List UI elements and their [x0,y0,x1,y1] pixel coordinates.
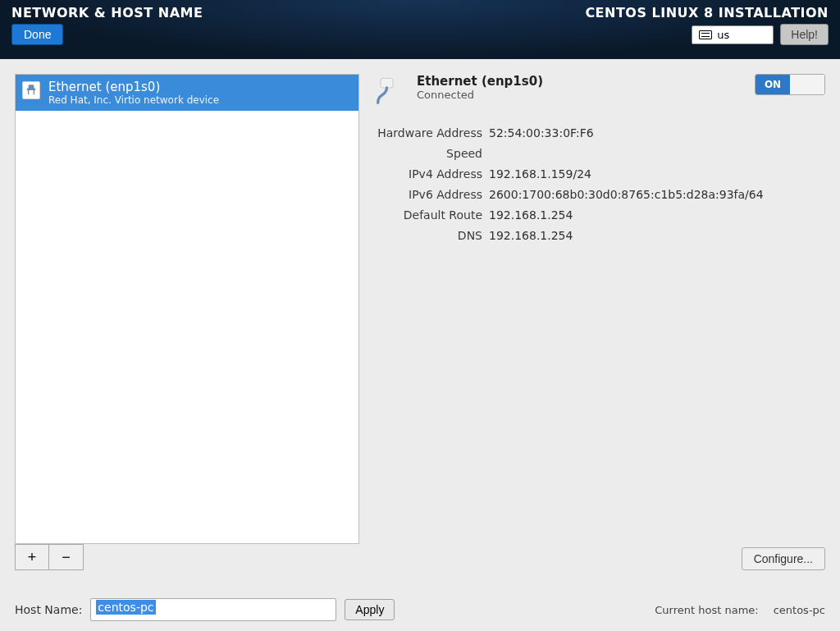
help-button[interactable]: Help! [780,24,829,45]
keyboard-layout-label: us [717,29,729,41]
prop-label: IPv6 Address [376,188,482,201]
prop-ipv4: IPv4 Address 192.168.1.159/24 [376,167,825,181]
add-device-button[interactable]: + [15,544,49,570]
device-subtitle: Red Hat, Inc. Virtio network device [48,94,219,106]
device-list-item[interactable]: Ethernet (enp1s0) Red Hat, Inc. Virtio n… [16,75,358,111]
prop-label: Default Route [376,208,482,222]
prop-label: Hardware Address [376,126,482,139]
connection-toggle[interactable]: ON [755,74,825,95]
device-list-panel: Ethernet (enp1s0) Red Hat, Inc. Virtio n… [15,74,359,570]
prop-value: 2600:1700:68b0:30d0:8765:c1b5:d28a:93fa/… [489,188,825,201]
svg-rect-0 [381,78,393,88]
device-properties: Hardware Address 52:54:00:33:0F:F6 Speed… [376,126,825,249]
prop-hardware-address: Hardware Address 52:54:00:33:0F:F6 [376,126,825,139]
prop-value: 192.168.1.159/24 [489,167,825,181]
keyboard-layout-button[interactable]: us [692,25,774,44]
remove-device-button[interactable]: − [49,544,84,570]
prop-speed: Speed [376,147,825,160]
page-title: NETWORK & HOST NAME [11,5,203,21]
current-hostname-value: centos-pc [774,604,825,616]
installer-header: NETWORK & HOST NAME Done CENTOS LINUX 8 … [0,0,840,59]
ethernet-large-icon [371,74,407,110]
keyboard-icon [699,30,712,39]
prop-dns: DNS 192.168.1.254 [376,229,825,242]
product-title: CENTOS LINUX 8 INSTALLATION [585,5,829,21]
prop-default-route: Default Route 192.168.1.254 [376,208,825,222]
prop-value: 192.168.1.254 [489,229,825,242]
prop-ipv6: IPv6 Address 2600:1700:68b0:30d0:8765:c1… [376,188,825,201]
prop-label: DNS [376,229,482,242]
device-status: Connected [417,89,543,101]
prop-value [489,147,825,160]
prop-label: IPv4 Address [376,167,482,181]
hostname-row: Host Name: centos-pc Apply Current host … [15,582,825,621]
device-list[interactable]: Ethernet (enp1s0) Red Hat, Inc. Virtio n… [15,74,359,544]
toggle-off-side [790,75,824,94]
toggle-on-label: ON [756,75,790,94]
device-title: Ethernet (enp1s0) [48,80,219,94]
ethernet-icon [22,81,40,99]
apply-hostname-button[interactable]: Apply [345,599,395,620]
done-button[interactable]: Done [11,24,63,45]
prop-value: 52:54:00:33:0F:F6 [489,126,825,139]
prop-label: Speed [376,147,482,160]
hostname-input[interactable]: centos-pc [90,598,336,621]
hostname-input-value: centos-pc [96,600,155,615]
device-title-large: Ethernet (enp1s0) [417,74,543,89]
prop-value: 192.168.1.254 [489,208,825,222]
device-details-panel: Ethernet (enp1s0) Connected ON Hardware … [371,74,825,570]
hostname-label: Host Name: [15,603,82,616]
configure-button[interactable]: Configure... [742,547,825,570]
current-hostname-label: Current host name: [655,604,758,616]
